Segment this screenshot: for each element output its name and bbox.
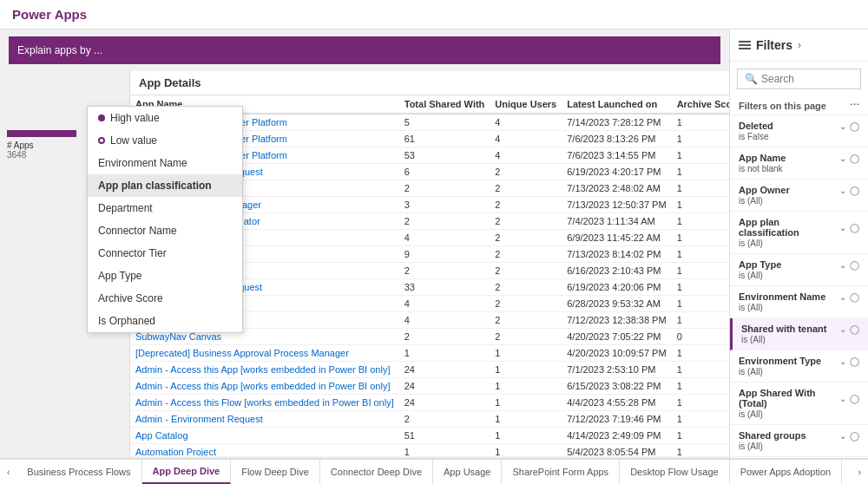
filter-item[interactable]: App Name⌄◯is not blank bbox=[730, 147, 868, 180]
chevron-down-icon[interactable]: ⌄ bbox=[839, 394, 846, 403]
filter-search-box[interactable]: 🔍 bbox=[737, 69, 861, 89]
filter-item-icons: ⌄◯ bbox=[839, 121, 859, 131]
dropdown-item-app-type[interactable]: App Type bbox=[88, 265, 242, 287]
app-name-link[interactable]: Admin - Access this App [works embedded … bbox=[135, 381, 390, 391]
app-name-link[interactable]: Admin - Access this App [works embedded … bbox=[135, 364, 390, 375]
chevron-down-icon[interactable]: ⌄ bbox=[839, 356, 846, 366]
dropdown-label-archive-score: Archive Score bbox=[98, 292, 163, 304]
chevron-down-icon[interactable]: ⌄ bbox=[839, 431, 846, 441]
explain-bar[interactable]: Explain apps by ... bbox=[9, 36, 720, 64]
filter-item-icons: ⌄◯ bbox=[839, 356, 859, 366]
tab-business-process-flows[interactable]: Business Process Flows bbox=[16, 460, 141, 484]
filter-item-value: is (All) bbox=[739, 409, 859, 419]
dropdown-label-is-orphaned: Is Orphaned bbox=[98, 315, 155, 327]
col-total-shared[interactable]: Total Shared With bbox=[399, 95, 490, 114]
filter-item-value: is not blank bbox=[739, 164, 859, 173]
filter-item[interactable]: Environment Name⌄◯is (All) bbox=[730, 286, 868, 318]
filter-item[interactable]: App Owner⌄◯is (All) bbox=[730, 180, 868, 212]
dropdown-item-is-orphaned[interactable]: Is Orphaned bbox=[88, 310, 242, 332]
search-icon: 🔍 bbox=[745, 73, 758, 85]
filter-item-name: Shared with tenant bbox=[741, 324, 826, 334]
filters-scroll[interactable]: Deleted⌄◯is FalseApp Name⌄◯is not blankA… bbox=[730, 115, 868, 458]
chevron-down-icon[interactable]: ⌄ bbox=[839, 260, 846, 270]
filter-item-icons: ⌄◯ bbox=[839, 394, 859, 403]
col-unique-users[interactable]: Unique Users bbox=[490, 95, 562, 114]
dropdown-item-env-name[interactable]: Environment Name bbox=[88, 152, 242, 174]
clear-filter-icon[interactable]: ◯ bbox=[850, 121, 859, 131]
dropdown-item-connector-tier[interactable]: Connector Tier bbox=[88, 242, 242, 265]
dropdown-item-archive-score[interactable]: Archive Score bbox=[88, 287, 242, 310]
app-details-title: App Details bbox=[130, 71, 729, 95]
filter-item-value: is (All) bbox=[739, 441, 859, 451]
filter-item-name: Environment Type bbox=[739, 356, 821, 366]
filters-more-icon[interactable]: ⋯ bbox=[850, 100, 859, 111]
filter-item-value: is False bbox=[739, 132, 859, 141]
tab-nav-left[interactable]: ‹ bbox=[0, 460, 16, 484]
filter-item-value: is (All) bbox=[739, 271, 859, 280]
clear-filter-icon[interactable]: ◯ bbox=[850, 356, 859, 366]
clear-filter-icon[interactable]: ◯ bbox=[850, 394, 859, 403]
filter-item-icons: ⌄◯ bbox=[839, 431, 859, 441]
chevron-down-icon[interactable]: ⌄ bbox=[839, 154, 846, 163]
chevron-down-icon[interactable]: ⌄ bbox=[839, 121, 846, 131]
chevron-down-icon[interactable]: ⌄ bbox=[839, 324, 846, 334]
filters-title: Filters bbox=[756, 38, 792, 52]
tab-app-usage[interactable]: App Usage bbox=[433, 460, 502, 484]
filter-item-name: App Name bbox=[739, 153, 786, 163]
tab-power-apps-adoption[interactable]: Power Apps Adoption bbox=[730, 460, 843, 484]
clear-filter-icon[interactable]: ◯ bbox=[850, 292, 859, 302]
app-name-link[interactable]: App Catalog bbox=[135, 430, 188, 441]
app-name-link[interactable]: Admin - Environment Request bbox=[135, 414, 263, 424]
chart-bar bbox=[7, 130, 76, 137]
app-title: Power Apps bbox=[12, 7, 87, 22]
filters-header: Filters › bbox=[730, 29, 868, 62]
dropdown-item-connector-name[interactable]: Connector Name bbox=[88, 219, 242, 242]
filter-item[interactable]: Shared with tenant⌄◯is (All) bbox=[730, 318, 868, 350]
filter-search-input[interactable] bbox=[761, 73, 853, 85]
filter-item[interactable]: Shared groups⌄◯is (All) bbox=[730, 425, 868, 457]
filter-item[interactable]: App Shared With (Total)⌄◯is (All) bbox=[730, 383, 868, 425]
dropdown-label-app-type: App Type bbox=[98, 270, 141, 282]
tab-connector-deep-dive[interactable]: Connector Deep Dive bbox=[320, 460, 433, 484]
clear-filter-icon[interactable]: ◯ bbox=[850, 431, 859, 441]
filter-item[interactable]: Environment Type⌄◯is (All) bbox=[730, 350, 868, 383]
clear-filter-icon[interactable]: ◯ bbox=[850, 223, 859, 232]
tab-app-deep-dive[interactable]: App Deep Dive bbox=[142, 460, 232, 484]
filter-item-value: is (All) bbox=[739, 303, 859, 312]
app-name-link[interactable]: [Deprecated] Business Approval Process M… bbox=[135, 348, 349, 358]
dropdown-label-low-value: Low value bbox=[110, 134, 157, 147]
dropdown-item-high-value[interactable]: High value bbox=[88, 107, 242, 129]
explain-bar-label: Explain apps by ... bbox=[17, 44, 102, 56]
filter-item[interactable]: Deleted⌄◯is False bbox=[730, 115, 868, 147]
col-archive-score[interactable]: Archive Score bbox=[672, 95, 729, 114]
chevron-down-icon[interactable]: ⌄ bbox=[839, 292, 846, 302]
filter-item-icons: ⌄◯ bbox=[839, 324, 859, 334]
table-row: Admin - Access this App [works embedded … bbox=[130, 378, 729, 395]
clear-filter-icon[interactable]: ◯ bbox=[850, 186, 859, 195]
tab-desktop-flow-usage[interactable]: Desktop Flow Usage bbox=[620, 460, 730, 484]
right-panel: Filters › 🔍 Filters on this page ⋯ Delet… bbox=[729, 29, 868, 458]
col-latest-launched[interactable]: Latest Launched on bbox=[562, 95, 671, 114]
table-row: App Catalog5114/14/2023 2:49:09 PM1coe-b… bbox=[130, 428, 729, 444]
dropdown-label-department: Department bbox=[98, 202, 153, 214]
clear-filter-icon[interactable]: ◯ bbox=[850, 260, 859, 270]
filter-item[interactable]: App plan classification⌄◯is (All) bbox=[730, 212, 868, 254]
clear-filter-icon[interactable]: ◯ bbox=[850, 324, 859, 334]
filter-item-value: is (All) bbox=[739, 367, 859, 376]
tab-sharepoint-form-apps[interactable]: SharePoint Form Apps bbox=[502, 460, 620, 484]
filter-item-name: App Owner bbox=[739, 185, 790, 195]
chevron-down-icon[interactable]: ⌄ bbox=[839, 223, 846, 232]
filter-collapse-icon[interactable]: › bbox=[798, 39, 801, 51]
dropdown-item-app-plan[interactable]: App plan classification bbox=[88, 174, 242, 197]
dropdown-item-department[interactable]: Department bbox=[88, 197, 242, 219]
app-name-link[interactable]: Admin - Access this Flow [works embedded… bbox=[135, 397, 394, 408]
filter-item[interactable]: App Type⌄◯is (All) bbox=[730, 254, 868, 286]
clear-filter-icon[interactable]: ◯ bbox=[850, 154, 859, 163]
bottom-tabs: ‹ Business Process FlowsApp Deep DiveFlo… bbox=[0, 458, 868, 484]
filter-item-name: App Type bbox=[739, 259, 781, 270]
chevron-down-icon[interactable]: ⌄ bbox=[839, 186, 846, 195]
tab-flow-deep-dive[interactable]: Flow Deep Dive bbox=[231, 460, 320, 484]
app-name-link[interactable]: Automation Project bbox=[135, 447, 216, 456]
tab-nav-right[interactable]: › bbox=[852, 460, 868, 484]
dropdown-item-low-value[interactable]: Low value bbox=[88, 129, 242, 152]
